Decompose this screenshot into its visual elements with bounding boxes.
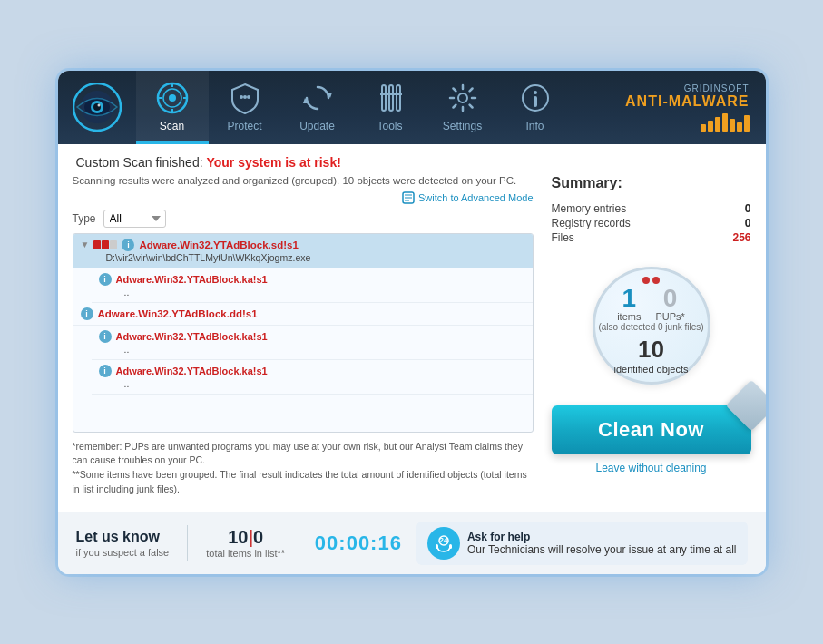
support-area: 24 Ask for help Our Technicians will res…	[416, 522, 748, 565]
tab-scan[interactable]: Scan	[136, 71, 209, 144]
brand-main: ANTI-MALWARE	[625, 93, 749, 110]
clean-now-button[interactable]: Clean Now	[552, 405, 751, 454]
scan-icon	[154, 80, 191, 116]
result-item-4[interactable]: i Adware.Win32.YTAdBlock.ka!s1 ..	[92, 326, 533, 360]
threat-bar-red2	[102, 240, 109, 249]
threat-path-2: ..	[124, 287, 525, 298]
svg-point-24	[534, 91, 537, 94]
info-badge-4[interactable]: i	[99, 330, 112, 343]
tools-icon	[372, 80, 408, 116]
tab-settings[interactable]: Settings	[426, 71, 499, 144]
footnote-2: **Some items have been grouped. The fina…	[73, 468, 534, 497]
tab-update[interactable]: Update	[281, 71, 354, 144]
brand-bar-1	[701, 124, 706, 132]
mag-circle: 1 items 0 PUPs* (also detected 0 junk fi…	[593, 267, 710, 385]
info-badge-3[interactable]: i	[81, 307, 93, 320]
tab-protect[interactable]: Protect	[209, 71, 281, 144]
svg-rect-31	[436, 544, 438, 549]
result-item-3[interactable]: i Adware.Win32.YTAdBlock.dd!s1	[73, 303, 533, 326]
filter-row: Type All Adware Trojan PUP	[73, 210, 534, 228]
items-num: 1	[617, 286, 641, 311]
switch-to-advanced-link[interactable]: Switch to Advanced Mode	[402, 191, 534, 204]
pup-dots	[642, 277, 660, 284]
scan-info-row: Scanning results were analyzed and organ…	[73, 175, 534, 186]
memory-label: Memory entries	[552, 202, 627, 215]
brand-bar-4	[722, 113, 728, 132]
scan-title-prefix: Custom Scan finished:	[76, 155, 207, 170]
pup-dot-1	[642, 277, 650, 284]
info-badge-1[interactable]: i	[122, 239, 134, 251]
threat-name-2: Adware.Win32.YTAdBlock.ka!s1	[116, 274, 268, 285]
count-main: 10	[228, 527, 248, 547]
threat-path-1: D:\vir2\vir\win\bdChTTLMytUn\WKkqXjogmz.…	[106, 252, 525, 263]
files-label: Files	[552, 231, 574, 244]
svg-rect-20	[397, 85, 400, 111]
info-badge-5[interactable]: i	[99, 365, 112, 377]
threat-name-3: Adware.Win32.YTAdBlock.dd!s1	[98, 308, 258, 319]
tab-tools-label: Tools	[377, 120, 402, 132]
tab-update-label: Update	[299, 120, 335, 132]
expand-icon-1[interactable]: ▼	[81, 239, 90, 249]
svg-rect-18	[382, 85, 386, 111]
threat-path-4: ..	[124, 344, 525, 355]
tab-settings-label: Settings	[443, 120, 482, 132]
support-text: Ask for help Our Technicians will resolv…	[467, 531, 737, 556]
footer-timer-area: 00:00:16 24 Ask for help Our Technicians…	[315, 522, 748, 565]
threat-bar-red	[93, 240, 101, 249]
summary-files-row: Files 256	[552, 231, 751, 244]
update-icon	[299, 80, 336, 116]
type-filter-select[interactable]: All Adware Trojan PUP	[103, 210, 166, 228]
identified-stat: 10 identified objects	[614, 336, 689, 375]
brand-top: GRIDINSOFT	[684, 83, 750, 93]
left-panel: Scanning results were analyzed and organ…	[73, 175, 534, 497]
svg-point-22	[458, 93, 467, 102]
result-item-1[interactable]: ▼ i Adware.Win32.YTAdBlock.sd!s1 D:\vir2…	[73, 234, 533, 268]
svg-point-13	[243, 95, 247, 99]
threat-name-1: Adware.Win32.YTAdBlock.sd!s1	[139, 239, 298, 250]
summary-table: Memory entries 0 Registry records 0 File…	[552, 202, 751, 246]
info-badge-2[interactable]: i	[99, 273, 112, 286]
app-logo	[58, 71, 136, 144]
headset-icon: 24	[434, 533, 454, 553]
magnifier-area: 1 items 0 PUPs* (also detected 0 junk fi…	[552, 253, 751, 398]
threat-bars-1	[93, 240, 117, 249]
brand-bar-2	[708, 121, 713, 132]
switch-icon	[402, 191, 415, 204]
svg-rect-25	[534, 96, 537, 107]
items-stat: 1 items	[617, 286, 641, 322]
pups-label: PUPs*	[655, 311, 684, 322]
footer-let-us-section: Let us know if you suspect a false	[76, 529, 170, 558]
result-item-5[interactable]: i Adware.Win32.YTAdBlock.ka!s1 ..	[92, 360, 533, 395]
pup-dot-2	[652, 277, 660, 284]
brand-bar-7	[744, 115, 750, 132]
threat-name-5: Adware.Win32.YTAdBlock.ka!s1	[116, 366, 268, 376]
memory-val: 0	[745, 202, 751, 215]
footnotes: *remember: PUPs are unwanted programs yo…	[73, 440, 534, 497]
footer-counts: 10|0 total items in list**	[206, 527, 285, 559]
tab-tools[interactable]: Tools	[354, 71, 426, 144]
brand-chart	[701, 113, 750, 132]
footer-divider-1	[187, 525, 188, 561]
info-icon	[517, 80, 554, 116]
leave-without-cleaning-link[interactable]: Leave without cleaning	[552, 462, 751, 474]
count-label: total items in list**	[206, 548, 285, 559]
footnote-1: *remember: PUPs are unwanted programs yo…	[73, 440, 534, 469]
brand-bar-3	[715, 117, 720, 132]
threat-name-4: Adware.Win32.YTAdBlock.ka!s1	[116, 331, 268, 342]
tab-info[interactable]: Info	[499, 71, 572, 144]
support-body: Our Technicians will resolve your issue …	[467, 543, 737, 556]
scan-title-risk: Your system is at risk!	[206, 155, 340, 170]
count-zero: 0	[253, 527, 263, 547]
main-content: Scanning results were analyzed and organ…	[58, 175, 766, 512]
threat-path-5: ..	[124, 378, 525, 389]
switch-row: Switch to Advanced Mode	[73, 191, 534, 204]
scan-title-bar: Custom Scan finished: Your system is at …	[58, 144, 766, 175]
result-item-2[interactable]: i Adware.Win32.YTAdBlock.ka!s1 ..	[92, 268, 533, 303]
svg-point-15	[247, 95, 250, 99]
tab-protect-label: Protect	[227, 120, 261, 132]
svg-rect-19	[389, 85, 393, 111]
svg-point-8	[169, 94, 176, 102]
footer-count-display: 10|0	[206, 527, 285, 548]
timer-display: 00:00:16	[315, 532, 402, 555]
filter-label: Type	[73, 212, 96, 225]
